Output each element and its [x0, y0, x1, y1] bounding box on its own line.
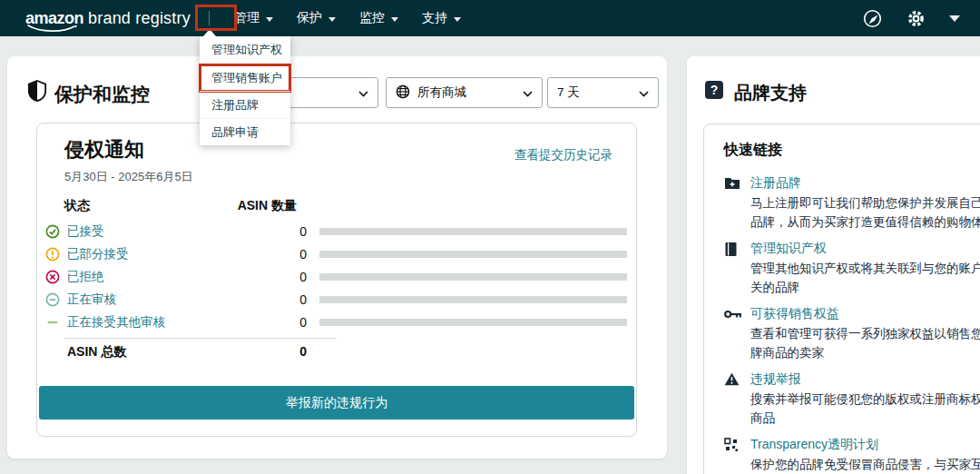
book-icon: [724, 240, 740, 297]
brand-registry-page: amazon brand registry 管理 保护 监控 支持: [0, 0, 980, 474]
account-chevron-down-icon[interactable]: [949, 15, 960, 22]
quick-link-description: 保护您的品牌免受假冒商品侵害，与买家互动，并优化您的供应链: [750, 456, 980, 474]
total-value: 0: [276, 344, 307, 360]
quick-links-card: 快速链接 注册品牌 马上注册即可让我们帮助您保护并发展自己的品牌，从而为买家打造…: [703, 123, 980, 474]
quick-link-description: 马上注册即可让我们帮助您保护并发展自己的品牌，从而为买家打造更值得信赖的购物体验: [750, 194, 980, 232]
gear-icon[interactable]: [906, 8, 926, 28]
page-title: 保护和监控: [54, 82, 150, 107]
brand-support-panel: ? 品牌支持 快速链接 注册品牌 马上注册即可让我们帮助您保护并发展自己的品牌: [687, 56, 980, 474]
report-violation-button[interactable]: 举报新的违规行为: [39, 386, 634, 420]
nav-item-monitor-label: 监控: [359, 10, 385, 26]
support-title: 品牌支持: [734, 81, 807, 105]
table-total-row: ASIN 总数 0: [37, 344, 636, 360]
status-link-rejected[interactable]: 已拒绝: [67, 269, 276, 285]
brand-registry-logo[interactable]: amazon brand registry: [25, 9, 191, 28]
marketplace-select[interactable]: 所有商城: [386, 77, 543, 108]
status-link-other-review[interactable]: 正在接受其他审核: [67, 314, 276, 331]
folder-plus-icon: [724, 174, 740, 232]
quick-link-text: 违规举报 搜索并举报可能侵犯您的版权或注册商标权的商品: [750, 370, 980, 428]
x-circle-icon: [45, 270, 60, 284]
nav-item-support-label: 支持: [422, 10, 447, 26]
manage-dropdown-menu: 管理知识产权 管理销售账户 注册品牌 品牌申请: [200, 36, 290, 145]
menu-item-manage-ip[interactable]: 管理知识产权: [200, 36, 290, 64]
menu-item-brand-application[interactable]: 品牌申请: [200, 118, 290, 145]
shield-icon: [27, 80, 47, 105]
warning-triangle-icon: [724, 370, 740, 428]
quick-links-list: 注册品牌 马上注册即可让我们帮助您保护并发展自己的品牌，从而为买家打造更值得信赖…: [724, 174, 980, 474]
menu-item-label: 品牌申请: [211, 125, 259, 139]
quick-link-text: Transparency透明计划 保护您的品牌免受假冒商品侵害，与买家互动，并优…: [750, 436, 980, 474]
menu-item-enroll-brand[interactable]: 注册品牌: [200, 91, 290, 118]
quick-link-report-violation[interactable]: 违规举报: [750, 371, 801, 386]
infringement-notices-card: 侵权通知 5月30日 - 2025年6月5日 查看提交历史记录 状态 ASIN …: [36, 123, 637, 437]
top-navigation-bar: amazon brand registry 管理 保护 监控 支持: [0, 0, 980, 36]
amazon-smile-icon: [27, 25, 78, 32]
status-table: 已接受 0 已部分接受 0: [37, 220, 636, 333]
nav-divider: [209, 11, 210, 25]
menu-item-label: 注册品牌: [211, 98, 259, 112]
asin-count-value: 0: [276, 224, 307, 239]
quick-link-item: 可获得销售权益 查看和管理可获得一系列独家权益以销售您品牌商品的卖家: [724, 305, 980, 362]
table-total-divider: [64, 338, 337, 339]
marketplace-select-value: 所有商城: [417, 84, 466, 101]
status-link-accepted[interactable]: 已接受: [67, 223, 276, 240]
chevron-down-icon: [523, 86, 533, 100]
total-label: ASIN 总数: [67, 344, 276, 360]
protect-monitor-panel: 保护和监控 所有商城 7 天: [7, 56, 667, 459]
chevron-down-icon: [391, 17, 398, 22]
nav-item-support[interactable]: 支持: [410, 0, 473, 36]
status-link-partially-accepted[interactable]: 已部分接受: [67, 246, 276, 262]
globe-icon: [396, 84, 410, 102]
quick-link-text: 注册品牌 马上注册即可让我们帮助您保护并发展自己的品牌，从而为买家打造更值得信赖…: [750, 174, 980, 232]
table-row: 已接受 0: [37, 220, 636, 242]
asin-count-value: 0: [276, 292, 307, 307]
status-link-under-review[interactable]: 正在审核: [67, 291, 276, 308]
primary-nav: 管理 保护 监控 支持: [222, 0, 473, 36]
progress-bar: [319, 296, 627, 303]
compass-icon[interactable]: [862, 8, 882, 28]
check-circle-icon: [45, 224, 60, 239]
quick-link-text: 可获得销售权益 查看和管理可获得一系列独家权益以销售您品牌商品的卖家: [750, 305, 980, 362]
quick-link-selling-benefits[interactable]: 可获得销售权益: [750, 306, 839, 321]
table-row: 已部分接受 0: [37, 242, 636, 265]
quick-link-description: 管理其他知识产权或将其关联到与您的账户相关的品牌: [750, 260, 980, 297]
submission-history-link[interactable]: 查看提交历史记录: [514, 147, 612, 163]
table-row: 正在接受其他审核 0: [37, 311, 636, 333]
chevron-down-icon: [639, 86, 649, 100]
key-icon: [724, 305, 740, 362]
nav-item-protect-label: 保护: [297, 10, 322, 26]
quick-link-item: Transparency透明计划 保护您的品牌免受假冒商品侵害，与买家互动，并优…: [724, 436, 980, 474]
quick-link-item: 注册品牌 马上注册即可让我们帮助您保护并发展自己的品牌，从而为买家打造更值得信赖…: [724, 174, 980, 232]
nav-item-monitor[interactable]: 监控: [348, 0, 410, 36]
header-status: 状态: [64, 198, 90, 214]
period-select[interactable]: 7 天: [547, 77, 659, 108]
logo-brand-registry-text: brand registry: [88, 9, 191, 28]
progress-bar: [319, 228, 627, 235]
asin-count-value: 0: [276, 315, 307, 330]
quick-link-item: 管理知识产权 管理其他知识产权或将其关联到与您的账户相关的品牌: [724, 240, 980, 297]
quick-link-enroll-brand[interactable]: 注册品牌: [750, 175, 801, 190]
table-row: 正在审核 0: [37, 288, 636, 311]
chevron-down-icon: [358, 86, 368, 100]
qr-code-icon: [724, 436, 740, 474]
nav-item-manage[interactable]: 管理: [222, 0, 285, 36]
progress-bar: [319, 251, 627, 258]
date-range: 5月30日 - 2025年6月5日: [64, 169, 193, 185]
asin-count-value: 0: [276, 270, 307, 284]
quick-links-title: 快速链接: [724, 141, 980, 160]
quick-link-item: 违规举报 搜索并举报可能侵犯您的版权或注册商标权的商品: [724, 370, 980, 428]
nav-item-protect[interactable]: 保护: [285, 0, 348, 36]
chevron-down-icon: [328, 17, 336, 22]
menu-item-manage-selling-accounts[interactable]: 管理销售账户: [200, 64, 290, 91]
card-title: 侵权通知: [64, 136, 144, 163]
period-select-value: 7 天: [557, 84, 580, 101]
quick-link-transparency[interactable]: Transparency透明计划: [750, 437, 878, 451]
exclaim-circle-icon: [45, 247, 60, 262]
menu-item-label: 管理知识产权: [211, 43, 282, 56]
dropdown-pointer: [203, 29, 216, 36]
asin-count-value: 0: [276, 247, 307, 262]
table-header: 状态 ASIN 数量: [37, 198, 636, 216]
chevron-down-icon: [266, 17, 273, 22]
table-row: 已拒绝 0: [37, 265, 636, 288]
quick-link-manage-ip[interactable]: 管理知识产权: [750, 241, 827, 255]
